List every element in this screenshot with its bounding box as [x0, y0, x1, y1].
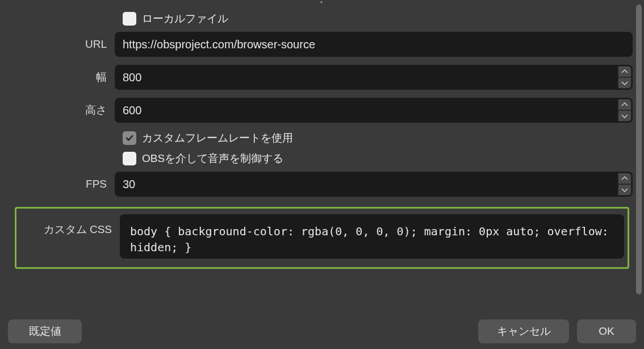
drag-handle[interactable]: ● [311, 0, 333, 3]
fps-step-down[interactable] [618, 184, 632, 196]
fps-step-up[interactable] [618, 173, 632, 184]
local-file-checkbox[interactable] [123, 12, 136, 26]
defaults-button[interactable]: 既定値 [8, 319, 82, 343]
width-step-down[interactable] [618, 77, 632, 89]
width-step-up[interactable] [618, 66, 632, 77]
url-input[interactable] [115, 32, 633, 57]
control-audio-label: OBSを介して音声を制御する [142, 151, 283, 166]
height-step-down[interactable] [618, 110, 632, 122]
custom-framerate-label: カスタムフレームレートを使用 [142, 131, 293, 146]
custom-framerate-checkbox[interactable] [123, 131, 136, 145]
bottom-bar: 既定値 キャンセル OK [0, 314, 644, 349]
height-label: 高さ [11, 103, 115, 118]
url-label: URL [11, 38, 115, 51]
fps-label: FPS [11, 178, 115, 190]
height-step-up[interactable] [618, 99, 632, 110]
properties-panel: ローカルファイル URL 幅 高さ カスタムフレ [0, 0, 644, 269]
width-label: 幅 [11, 70, 115, 85]
width-input[interactable] [115, 65, 633, 90]
control-audio-checkbox[interactable] [123, 152, 136, 165]
custom-css-input[interactable] [120, 214, 624, 259]
custom-css-label: カスタム CSS [20, 214, 120, 237]
custom-css-highlight: カスタム CSS [15, 207, 629, 269]
local-file-label: ローカルファイル [142, 11, 228, 26]
scrollbar[interactable] [636, 5, 642, 294]
height-input[interactable] [115, 98, 633, 123]
cancel-button[interactable]: キャンセル [478, 319, 569, 343]
ok-button[interactable]: OK [577, 319, 636, 343]
fps-input[interactable] [115, 172, 633, 197]
